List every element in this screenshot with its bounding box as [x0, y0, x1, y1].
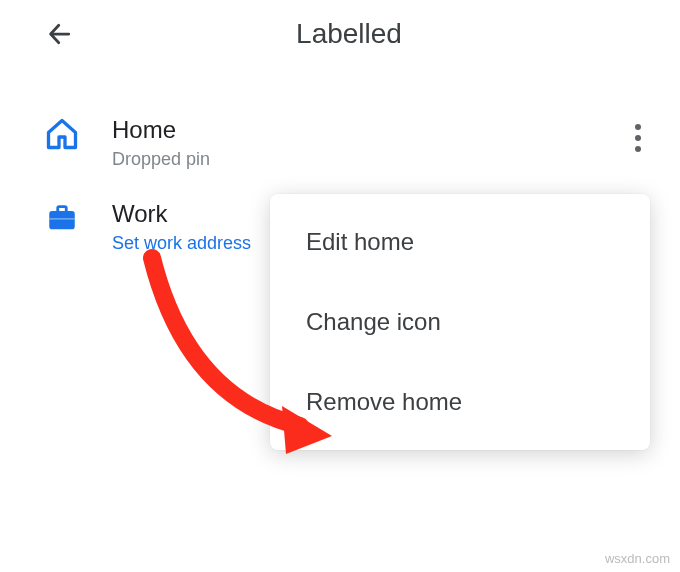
more-vert-icon [635, 124, 641, 152]
briefcase-icon [42, 198, 82, 238]
back-button[interactable] [42, 16, 78, 52]
list-item-home[interactable]: Home Dropped pin [0, 100, 680, 184]
svg-rect-0 [49, 211, 75, 229]
header: Labelled [0, 0, 680, 68]
list-item-subtitle: Dropped pin [112, 149, 656, 170]
watermark: wsxdn.com [605, 551, 670, 566]
list-item-text: Home Dropped pin [112, 114, 656, 170]
list-item-title: Home [112, 114, 656, 145]
svg-rect-1 [49, 218, 75, 220]
arrow-back-icon [45, 19, 75, 49]
overflow-menu-button[interactable] [622, 114, 654, 162]
home-icon [42, 114, 82, 154]
menu-item-edit-home[interactable]: Edit home [270, 202, 650, 282]
context-menu: Edit home Change icon Remove home [270, 194, 650, 450]
page-title: Labelled [42, 18, 656, 50]
menu-item-change-icon[interactable]: Change icon [270, 282, 650, 362]
menu-item-remove-home[interactable]: Remove home [270, 362, 650, 442]
